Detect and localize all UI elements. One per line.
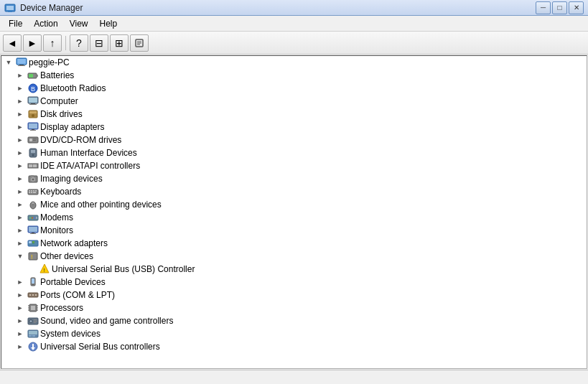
tree-item[interactable]: ►Batteries (1, 69, 587, 82)
tree-item[interactable]: ►Disk drives (1, 108, 587, 121)
tree-item[interactable]: ►System devices (1, 327, 587, 340)
tree-item[interactable]: ►DVD/CD-ROM drives (1, 134, 587, 146)
svg-rect-77 (31, 306, 35, 310)
forward-button[interactable]: ► (23, 34, 42, 52)
close-button[interactable]: ✕ (569, 1, 584, 14)
back-button[interactable]: ◄ (3, 34, 22, 52)
item-expander[interactable]: ► (14, 289, 26, 301)
svg-rect-2 (8, 11, 12, 12)
tree-item[interactable]: ►Display adapters (1, 121, 587, 134)
item-label: Monitors (40, 225, 73, 235)
tree-item[interactable]: ►Computer (1, 95, 587, 108)
tree-item[interactable]: ►Network adapters (1, 237, 587, 250)
tree-item[interactable]: ▼!Other devices (1, 250, 587, 263)
svg-point-28 (29, 139, 32, 141)
item-expander[interactable]: ► (14, 121, 26, 133)
maximize-button[interactable]: □ (552, 1, 567, 14)
up-button[interactable]: ↑ (43, 34, 62, 52)
svg-point-86 (30, 320, 32, 322)
svg-rect-70 (32, 278, 34, 284)
hid-icon (27, 147, 39, 159)
item-expander[interactable]: ► (14, 160, 26, 172)
svg-text:B: B (31, 85, 35, 93)
svg-rect-91 (29, 331, 37, 334)
item-label: Processors (40, 303, 83, 313)
item-expander[interactable]: ► (14, 95, 26, 107)
item-expander[interactable]: ► (14, 225, 26, 236)
item-expander[interactable]: ► (14, 328, 26, 339)
svg-point-53 (29, 217, 31, 219)
svg-rect-10 (18, 65, 25, 66)
menu-item-view[interactable]: View (64, 17, 94, 30)
root-label: peggie-PC (29, 57, 70, 67)
tree-item[interactable]: ►Sound, video and game controllers (1, 314, 587, 327)
keyboard-icon (27, 186, 39, 197)
item-expander[interactable]: ► (14, 302, 26, 314)
tree-item[interactable]: ►Portable Devices (1, 276, 587, 289)
usb-icon: ! (39, 263, 50, 275)
svg-point-55 (34, 217, 35, 219)
item-expander[interactable]: ► (14, 341, 26, 352)
item-expander[interactable]: ► (14, 134, 26, 146)
svg-rect-25 (32, 129, 34, 130)
menu-item-action[interactable]: Action (28, 17, 63, 30)
tree-item[interactable]: ►Monitors (1, 224, 587, 237)
ide-icon (27, 160, 39, 172)
svg-rect-92 (29, 335, 32, 337)
item-label: Disk drives (40, 109, 83, 119)
menu-item-help[interactable]: Help (94, 17, 123, 30)
tree-item[interactable]: ! Universal Serial Bus (USB) Controller (1, 263, 587, 276)
item-expander[interactable]: ► (14, 199, 26, 210)
item-expander[interactable] (26, 263, 37, 275)
tree-item[interactable]: ►Ports (COM & LPT) (1, 289, 587, 301)
item-label: Portable Devices (40, 277, 106, 287)
tree-item[interactable]: ►Processors (1, 301, 587, 314)
root-expander[interactable]: ▼ (3, 57, 14, 68)
status-bar (0, 370, 588, 384)
svg-rect-71 (32, 284, 34, 285)
tree-root[interactable]: ▼ peggie-PC (1, 56, 587, 69)
tree-item[interactable]: ►BBluetooth Radios (1, 82, 587, 95)
tree-item[interactable]: ►IDE ATA/ATAPI controllers (1, 159, 587, 172)
item-expander[interactable]: ► (14, 83, 26, 94)
item-expander[interactable]: ► (14, 212, 26, 223)
monitor-icon (27, 225, 39, 236)
item-expander[interactable]: ► (14, 238, 26, 249)
tree-item[interactable]: ►Imaging devices (1, 172, 587, 185)
dvd-icon (27, 134, 39, 146)
expand-button[interactable]: ⊞ (110, 34, 129, 52)
menu-item-file[interactable]: File (3, 17, 28, 30)
item-label: Universal Serial Bus (USB) Controller (52, 264, 195, 274)
item-expander[interactable]: ► (14, 70, 26, 81)
tree-item[interactable]: ►Mice and other pointing devices (1, 198, 587, 211)
svg-rect-1 (6, 6, 14, 10)
device-tree[interactable]: ▼ peggie-PC ►Batteries►BBluetooth Radios… (1, 55, 587, 369)
item-expander[interactable]: ▼ (14, 250, 26, 262)
item-label: Batteries (40, 70, 74, 80)
item-expander[interactable]: ► (14, 315, 26, 327)
svg-rect-21 (29, 111, 37, 113)
svg-rect-87 (34, 319, 37, 320)
tree-item[interactable]: ►Universal Serial Bus controllers (1, 340, 587, 353)
portable-icon (27, 276, 39, 288)
tree-item[interactable]: ►Human Interface Devices (1, 146, 587, 159)
item-expander[interactable]: ► (14, 147, 26, 159)
item-expander[interactable]: ► (14, 108, 26, 120)
item-label: Network adapters (40, 238, 108, 248)
svg-rect-73 (29, 294, 31, 296)
item-label: Ports (COM & LPT) (40, 290, 115, 300)
item-label: DVD/CD-ROM drives (40, 135, 121, 145)
minimize-button[interactable]: ─ (536, 1, 551, 14)
item-expander[interactable]: ► (14, 186, 26, 197)
item-expander[interactable]: ► (14, 276, 26, 288)
help-button[interactable]: ? (70, 34, 88, 52)
svg-rect-43 (31, 190, 32, 192)
tree-item[interactable]: ►Modems (1, 211, 587, 224)
item-expander[interactable]: ► (14, 173, 26, 184)
svg-rect-64 (32, 243, 34, 244)
svg-rect-95 (32, 344, 34, 347)
collapse-button[interactable]: ⊟ (90, 34, 108, 52)
properties-button[interactable] (130, 34, 149, 52)
tree-item[interactable]: ►Keyboards (1, 185, 587, 198)
svg-text:!: ! (31, 253, 33, 261)
